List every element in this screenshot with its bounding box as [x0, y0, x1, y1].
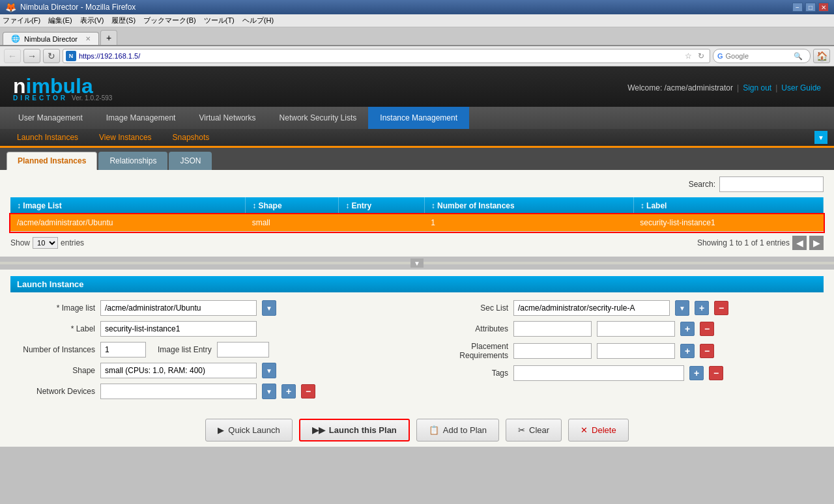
refresh-icon[interactable]: ↻: [695, 50, 707, 62]
browser-search-bar[interactable]: G 🔍: [713, 49, 811, 63]
logo-area: n imbula DIRECTOR Ver. 1.0.2-593: [13, 74, 112, 102]
cell-shape: small: [246, 214, 339, 232]
add-to-plan-button[interactable]: 📋 Add to Plan: [416, 419, 499, 441]
back-button[interactable]: ←: [4, 49, 21, 63]
show-entries: Show 10 25 50 entries: [10, 237, 84, 249]
sec-list-add-button[interactable]: +: [695, 301, 709, 315]
google-logo: G: [717, 52, 723, 60]
logo-bottom: DIRECTOR Ver. 1.0.2-593: [13, 94, 112, 102]
minimize-button[interactable]: −: [792, 3, 803, 12]
nav-network-security[interactable]: Network Security Lists: [268, 107, 369, 129]
url-bar[interactable]: N https://192.168.1.5/ ☆ ↻: [63, 49, 710, 63]
window-controls[interactable]: − □ ✕: [792, 3, 829, 12]
menu-file[interactable]: ファイル(F): [3, 16, 40, 25]
tab-close-icon[interactable]: ✕: [85, 35, 91, 42]
nav-user-management[interactable]: User Management: [7, 107, 94, 129]
placement-input-1[interactable]: [513, 343, 592, 359]
menu-history[interactable]: 履歴(S): [111, 16, 136, 25]
home-button[interactable]: 🏠: [813, 49, 830, 63]
url-icons: ☆ ↻: [682, 50, 707, 62]
browser-tab-active[interactable]: 🌐 Nimbula Director ✕: [3, 32, 99, 45]
tab-planned-instances[interactable]: Planned Instances: [7, 152, 97, 170]
col-num-instances[interactable]: ↕ Number of Instances: [424, 197, 633, 214]
user-guide-link[interactable]: User Guide: [781, 83, 821, 92]
attributes-remove-button[interactable]: −: [700, 322, 714, 336]
placement-remove-button[interactable]: −: [700, 344, 714, 358]
sub-nav-collapse-button[interactable]: ▼: [814, 131, 827, 144]
col-image-list[interactable]: ↕ Image List: [10, 197, 246, 214]
sign-out-link[interactable]: Sign out: [743, 83, 771, 92]
attributes-input-2[interactable]: [597, 321, 675, 337]
image-list-input[interactable]: [100, 300, 257, 316]
titlebar-left: 🦊 Nimbula Director - Mozilla Firefox: [5, 2, 136, 12]
browser-search-input[interactable]: [726, 52, 791, 60]
tab-relationships[interactable]: Relationships: [98, 152, 167, 170]
network-devices-label: Network Devices: [10, 387, 95, 396]
tab-json[interactable]: JSON: [169, 152, 212, 170]
collapse-arrow-icon[interactable]: ▼: [410, 259, 424, 268]
col-shape[interactable]: ↕ Shape: [246, 197, 339, 214]
image-list-dropdown-button[interactable]: ▼: [262, 300, 276, 316]
form-row-placement: PlacementRequirements + −: [424, 342, 824, 360]
table-row[interactable]: /acme/administrator/Ubuntu small 1 secur…: [10, 214, 824, 232]
network-remove-button[interactable]: −: [301, 384, 315, 399]
sub-nav-view-instances[interactable]: View Instances: [89, 129, 162, 146]
col-label[interactable]: ↕ Label: [633, 197, 824, 214]
pagination: Showing 1 to 1 of 1 entries ◀ ▶: [697, 236, 824, 250]
browser-tabs-bar: 🌐 Nimbula Director ✕ +: [0, 27, 834, 46]
prev-page-button[interactable]: ◀: [792, 236, 807, 250]
col-entry[interactable]: ↕ Entry: [339, 197, 424, 214]
search-input[interactable]: [719, 176, 824, 192]
sec-list-dropdown-button[interactable]: ▼: [675, 300, 689, 316]
browser-navbar: ← → ↻ N https://192.168.1.5/ ☆ ↻ G 🔍 🏠: [0, 46, 834, 66]
shape-dropdown-button[interactable]: ▼: [262, 363, 276, 378]
tags-add-button[interactable]: +: [689, 366, 704, 380]
quick-launch-button[interactable]: ▶ Quick Launch: [205, 419, 293, 441]
delete-button[interactable]: ✕ Delete: [568, 419, 629, 441]
menu-bookmarks[interactable]: ブックマーク(B): [143, 16, 196, 25]
attributes-add-button[interactable]: +: [680, 322, 695, 336]
menu-help[interactable]: ヘルプ(H): [242, 16, 274, 25]
placement-add-button[interactable]: +: [680, 344, 695, 358]
reload-button[interactable]: ↻: [43, 49, 60, 63]
menu-tools[interactable]: ツール(T): [204, 16, 235, 25]
nav-image-management[interactable]: Image Management: [94, 107, 188, 129]
sub-nav-launch-instances[interactable]: Launch Instances: [7, 129, 89, 146]
attributes-input-1[interactable]: [513, 321, 592, 337]
network-dropdown-button[interactable]: ▼: [262, 384, 276, 399]
sub-nav-snapshots[interactable]: Snapshots: [162, 129, 220, 146]
image-entry-input[interactable]: [217, 342, 269, 357]
nav-instance-management[interactable]: Instance Management: [368, 107, 469, 129]
new-tab-button[interactable]: +: [100, 30, 117, 45]
num-instances-input[interactable]: [100, 342, 146, 357]
launch-this-plan-button[interactable]: ▶▶ Launch this Plan: [299, 419, 410, 441]
browser-title: Nimbula Director - Mozilla Firefox: [20, 3, 136, 12]
shape-input[interactable]: [100, 363, 257, 378]
sec-list-remove-button[interactable]: −: [714, 301, 728, 315]
browser-titlebar: 🦊 Nimbula Director - Mozilla Firefox − □…: [0, 0, 834, 14]
app-header: n imbula DIRECTOR Ver. 1.0.2-593 Welcome…: [0, 66, 834, 107]
close-button[interactable]: ✕: [818, 3, 829, 12]
nav-virtual-networks[interactable]: Virtual Networks: [187, 107, 267, 129]
forward-button[interactable]: →: [23, 49, 40, 63]
tags-remove-button[interactable]: −: [709, 366, 723, 380]
network-devices-input[interactable]: [100, 384, 257, 399]
bookmark-star-icon[interactable]: ☆: [682, 50, 694, 62]
form-right: Sec List ▼ + − Attributes + − PlacementR…: [424, 300, 824, 404]
maximize-button[interactable]: □: [805, 3, 816, 12]
placement-input-2[interactable]: [597, 343, 675, 359]
entries-select[interactable]: 10 25 50: [33, 237, 58, 249]
launch-instance-title: Launch Instance: [10, 276, 824, 292]
tabs-bar: Planned Instances Relationships JSON: [0, 148, 834, 170]
sec-list-input[interactable]: [513, 300, 670, 316]
search-label: Search:: [689, 180, 715, 189]
search-icon[interactable]: 🔍: [794, 52, 803, 61]
menu-view[interactable]: 表示(V): [80, 16, 104, 25]
next-page-button[interactable]: ▶: [809, 236, 824, 250]
tags-input[interactable]: [513, 365, 684, 381]
label-input[interactable]: [100, 321, 257, 337]
network-add-button[interactable]: +: [281, 384, 296, 399]
menu-edit[interactable]: 編集(E): [48, 16, 72, 25]
clear-button[interactable]: ✂ Clear: [506, 419, 562, 441]
logo-version: Ver. 1.0.2-593: [72, 94, 112, 102]
